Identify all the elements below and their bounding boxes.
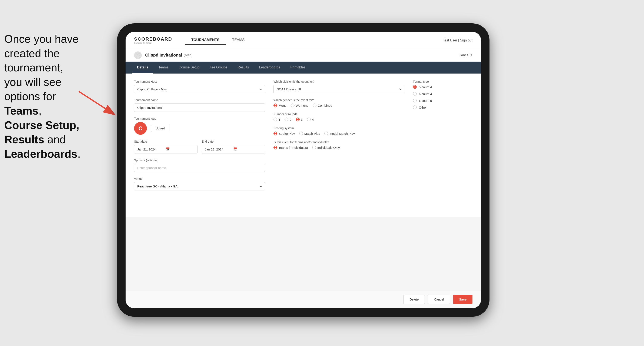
instruction-line4: you will see: [4, 76, 62, 88]
instruction-bold-leaderboards: Leaderboards: [4, 148, 78, 160]
format-option-6count5[interactable]: 6 count 5: [413, 99, 472, 102]
left-column: Tournament Host Clippd College - Men Tou…: [134, 80, 265, 195]
instruction-line1: Once you have: [4, 33, 79, 45]
gender-option-combined[interactable]: Combined: [313, 104, 332, 107]
tournament-subtitle: (Men): [184, 53, 192, 57]
tournament-title: Clippd Invitational: [145, 53, 182, 58]
gender-label: Which gender is the event for?: [274, 98, 404, 102]
save-button[interactable]: Save: [453, 295, 472, 304]
instruction-line3: tournament,: [4, 61, 64, 74]
round-radio-4: [307, 118, 311, 121]
tournament-logo-label: Tournament logo: [134, 117, 265, 120]
tab-results[interactable]: Results: [232, 62, 254, 74]
gender-radio-combined: [313, 104, 316, 107]
format-option-other[interactable]: Other: [413, 105, 472, 109]
cancel-top-button[interactable]: Cancel X: [459, 53, 472, 57]
scoring-stroke-play[interactable]: Stroke Play: [274, 132, 295, 135]
scoring-radio-match: [299, 132, 303, 135]
calendar-icon: 📅: [166, 147, 194, 151]
round-option-4[interactable]: 4: [307, 118, 314, 121]
end-date-value: Jan 23, 2024: [205, 148, 234, 151]
back-button[interactable]: C: [134, 51, 142, 59]
gender-radio-group: Mens Womens Combined: [274, 104, 404, 107]
instruction-bold-teams: Teams: [4, 105, 38, 117]
form-content: Tournament Host Clippd College - Men Tou…: [126, 74, 481, 217]
scoring-match-play[interactable]: Match Play: [299, 132, 320, 135]
tab-tee-groups[interactable]: Tee Groups: [204, 62, 232, 74]
form-footer: Delete Cancel Save: [126, 290, 481, 308]
tournament-name-group: Tournament name: [134, 98, 265, 112]
upload-button[interactable]: Upload: [151, 125, 170, 132]
right-column: Format type 5 count 4 6 count 4 6 count: [413, 80, 472, 195]
venue-select[interactable]: Peachtree GC - Atlanta - GA: [134, 182, 265, 190]
round-option-2[interactable]: 2: [284, 118, 291, 121]
tournament-name-input[interactable]: [134, 104, 265, 112]
nav-tab-teams[interactable]: TEAMS: [226, 36, 251, 45]
tournament-logo-group: Tournament logo C Upload: [134, 117, 265, 135]
format-option-5count4[interactable]: 5 count 4: [413, 85, 472, 89]
gender-mens-label: Mens: [278, 104, 286, 107]
gender-option-mens[interactable]: Mens: [274, 104, 286, 107]
round-option-1[interactable]: 1: [274, 118, 280, 121]
start-date-input[interactable]: Jan 21, 2024 📅: [134, 145, 198, 154]
scoring-radio-medal: [324, 132, 328, 135]
gender-group: Which gender is the event for? Mens Wome…: [274, 98, 404, 107]
end-date-group: End date Jan 23, 2024 📅: [202, 140, 265, 154]
format-type-group: Format type 5 count 4 6 count 4 6 count: [413, 80, 472, 109]
logo-subtitle: Powered by clippd: [134, 42, 172, 44]
end-date-input[interactable]: Jan 23, 2024 📅: [202, 145, 265, 154]
teams-individuals-label: Is this event for Teams and/or Individua…: [274, 141, 404, 144]
teams-individuals-group: Is this event for Teams and/or Individua…: [274, 141, 404, 149]
sponsor-group: Sponsor (optional): [134, 159, 265, 172]
logo-title: SCOREBOARD: [134, 36, 172, 42]
delete-button[interactable]: Delete: [403, 295, 425, 304]
team-option-teams[interactable]: Teams (+Individuals): [274, 146, 308, 149]
tournament-bar: C Clippd Invitational (Men) Cancel X: [126, 49, 481, 62]
back-icon: C: [137, 53, 139, 57]
division-group: Which division is the event for? NCAA Di…: [274, 80, 404, 93]
end-date-label: End date: [202, 140, 265, 143]
instruction-line5: options for: [4, 90, 56, 102]
tab-leaderboards[interactable]: Leaderboards: [254, 62, 286, 74]
tab-course-setup[interactable]: Course Setup: [174, 62, 205, 74]
calendar-icon-end: 📅: [233, 147, 262, 151]
main-nav: TOURNAMENTS TEAMS: [185, 36, 251, 45]
logo-circle: C: [134, 122, 147, 135]
instruction-bold-course: Course Setup,: [4, 119, 80, 131]
logo-area: SCOREBOARD Powered by clippd: [134, 36, 172, 44]
scoring-label: Scoring system: [274, 127, 404, 130]
rounds-group: Number of rounds 1 2: [274, 112, 404, 121]
rounds-label: Number of rounds: [274, 112, 404, 116]
sponsor-label: Sponsor (optional): [134, 159, 265, 162]
tab-details[interactable]: Details: [132, 62, 153, 74]
tournament-host-label: Tournament Host: [134, 80, 265, 83]
format-option-6count4[interactable]: 6 count 4: [413, 92, 472, 96]
gender-womens-label: Womens: [296, 104, 308, 107]
sponsor-input[interactable]: [134, 164, 265, 172]
gender-option-womens[interactable]: Womens: [291, 104, 308, 107]
nav-tab-tournaments[interactable]: TOURNAMENTS: [185, 36, 226, 45]
division-select[interactable]: NCAA Division III: [274, 85, 404, 93]
cancel-button[interactable]: Cancel: [428, 295, 450, 304]
round-option-3[interactable]: 3: [296, 118, 303, 121]
start-date-label: Start date: [134, 140, 198, 143]
tournament-host-select[interactable]: Clippd College - Men: [134, 85, 265, 93]
round-radio-1: [274, 118, 277, 121]
tab-teams[interactable]: Teams: [153, 62, 174, 74]
dates-group: Start date Jan 21, 2024 📅 End date Jan 2…: [134, 140, 265, 154]
tablet-frame: SCOREBOARD Powered by clippd TOURNAMENTS…: [117, 23, 490, 317]
middle-column: Which division is the event for? NCAA Di…: [274, 80, 404, 195]
team-radio-individuals: [312, 146, 316, 149]
header-user[interactable]: Test User | Sign out: [443, 38, 472, 42]
tournament-name-label: Tournament name: [134, 98, 265, 102]
tournament-host-group: Tournament Host Clippd College - Men: [134, 80, 265, 93]
venue-group: Venue Peachtree GC - Atlanta - GA: [134, 177, 265, 190]
tab-printables[interactable]: Printables: [285, 62, 310, 74]
teams-individuals-radio-group: Teams (+Individuals) Individuals Only: [274, 146, 404, 149]
instruction-text: Once you have created the tournament, yo…: [0, 28, 92, 165]
division-label: Which division is the event for?: [274, 80, 404, 83]
logo-upload-area: C Upload: [134, 122, 265, 135]
scoring-medal-match-play[interactable]: Medal Match Play: [324, 132, 355, 135]
scoring-group: Scoring system Stroke Play Match Play: [274, 127, 404, 135]
team-option-individuals[interactable]: Individuals Only: [312, 146, 340, 149]
